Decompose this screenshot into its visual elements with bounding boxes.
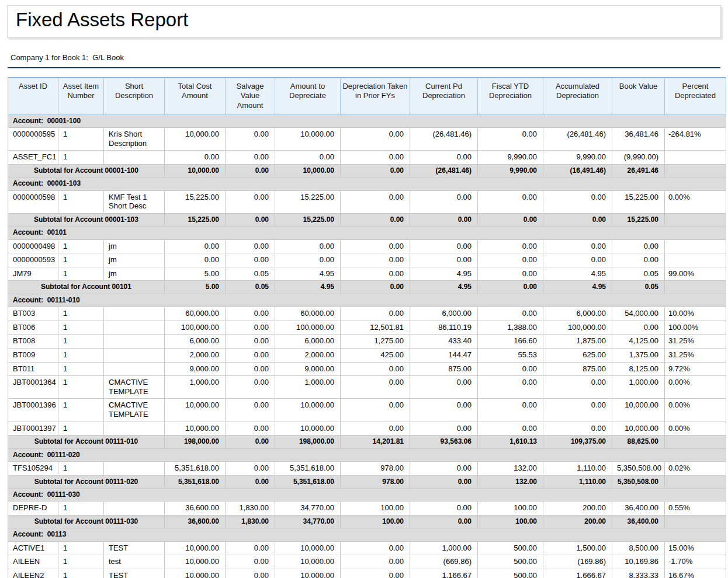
subtotal-amount-cell: 0.00 — [226, 475, 275, 488]
subtotal-label-cell: Subtotal for Account 00001-103 — [8, 213, 165, 226]
amount-cell: 166.60 — [478, 335, 543, 349]
amount-cell: 10,000.00 — [275, 399, 341, 422]
amount-cell: 0.00 — [341, 362, 410, 376]
item-number-cell: 1 — [58, 399, 104, 422]
amount-cell: 10,000.00 — [275, 541, 341, 555]
amount-cell: 0.00 — [341, 399, 410, 422]
short-description-cell — [104, 349, 165, 363]
amount-cell: 0.00 — [478, 376, 543, 399]
amount-cell: 86,110.19 — [410, 321, 478, 335]
short-description-cell — [104, 151, 165, 165]
amount-cell: 0.00 — [612, 253, 665, 267]
subtotal-amount-cell: 93,563.06 — [410, 436, 478, 448]
asset-id-cell: JBT0001364 — [8, 376, 58, 399]
amount-cell: 875.00 — [410, 362, 478, 376]
amount-cell: 0.00 — [226, 362, 275, 376]
account-group-row: Account: 00001-103 — [8, 177, 726, 190]
amount-cell: 0.00 — [226, 569, 275, 578]
subtotal-amount-cell: 5,351,618.00 — [275, 475, 341, 488]
table-row: ACTIVE11TEST10,000.000.0010,000.000.001,… — [8, 541, 726, 555]
subtotal-row: Subtotal for Account 00001-10010,000.000… — [8, 164, 726, 177]
subtotal-percent-cell — [665, 213, 726, 226]
account-group-row: Account: 00111-030 — [8, 488, 726, 501]
subtotal-amount-cell: 1,830.00 — [226, 515, 275, 528]
amount-cell: 0.00 — [275, 253, 341, 267]
amount-cell: 15,225.00 — [275, 190, 341, 213]
account-group-row: Account: 00111-010 — [8, 294, 726, 307]
amount-cell: 100,000.00 — [165, 321, 226, 335]
amount-cell: 0.00 — [341, 555, 410, 569]
subtotal-row: Subtotal for Account 001015.000.054.950.… — [8, 281, 726, 294]
percent-cell — [665, 151, 726, 165]
subtotal-amount-cell: 4.95 — [275, 281, 341, 294]
amount-cell: 0.00 — [410, 239, 478, 253]
item-number-cell: 1 — [58, 128, 104, 151]
amount-cell: 2,000.00 — [275, 349, 341, 363]
amount-cell: 0.00 — [226, 128, 275, 151]
amount-cell: 0.00 — [275, 151, 341, 165]
amount-cell: 0.00 — [341, 128, 410, 151]
amount-cell: 0.00 — [543, 376, 612, 399]
asset-id-cell: BT009 — [8, 349, 58, 363]
subtotal-amount-cell: 0.00 — [543, 213, 612, 226]
item-number-cell: 1 — [58, 307, 104, 321]
amount-cell: 15,225.00 — [165, 190, 226, 213]
amount-cell: 10,000.00 — [165, 555, 226, 569]
amount-cell: (169.86) — [543, 555, 612, 569]
account-group-row: Account: 00111-020 — [8, 448, 726, 461]
table-row: JBT0001397110,000.000.0010,000.000.000.0… — [8, 422, 726, 436]
amount-cell: 200.00 — [543, 502, 612, 516]
amount-cell: 1,000.00 — [612, 376, 665, 399]
item-number-cell: 1 — [58, 190, 104, 213]
subtotal-label-cell: Subtotal for Account 00111-030 — [8, 515, 165, 528]
asset-id-cell: 0000000595 — [8, 128, 58, 151]
percent-cell: 9.72% — [665, 362, 726, 376]
subtotal-amount-cell: 1,110.00 — [543, 475, 612, 488]
amount-cell: 1,275.00 — [341, 335, 410, 349]
amount-cell: 0.00 — [543, 239, 612, 253]
subtotal-percent-cell — [665, 436, 726, 448]
amount-cell: 0.00 — [226, 335, 275, 349]
subtotal-amount-cell: 109,375.00 — [543, 436, 612, 448]
subtotal-amount-cell: 198,000.00 — [165, 436, 226, 448]
percent-cell: 99.00% — [665, 267, 726, 281]
amount-cell: 4.95 — [410, 267, 478, 281]
asset-id-cell: 0000000593 — [8, 253, 58, 267]
amount-cell: 10,000.00 — [612, 422, 665, 436]
subtotal-row: Subtotal for Account 00111-010198,000.00… — [8, 436, 726, 448]
column-header: Salvage Value Amount — [226, 78, 275, 114]
column-header: Accumulated Depreciation — [543, 78, 612, 114]
subtotal-row: Subtotal for Account 00111-0205,351,618.… — [8, 475, 726, 488]
asset-id-cell: TFS105294 — [8, 461, 58, 475]
short-description-cell: TEST — [104, 541, 165, 555]
subtotal-percent-cell — [665, 475, 726, 488]
account-group-header: Account: 00111-030 — [8, 488, 726, 501]
subtotal-amount-cell: 0.05 — [226, 281, 275, 294]
item-number-cell: 1 — [58, 541, 104, 555]
table-row: BT003160,000.000.0060,000.000.006,000.00… — [8, 307, 726, 321]
amount-cell: 10,000.00 — [165, 399, 226, 422]
amount-cell: 0.00 — [478, 128, 543, 151]
amount-cell: 54,000.00 — [612, 307, 665, 321]
amount-cell: 1,875.00 — [543, 335, 612, 349]
amount-cell: 1,388.00 — [478, 321, 543, 335]
amount-cell: 9,990.00 — [543, 151, 612, 165]
item-number-cell: 1 — [58, 461, 104, 475]
percent-cell: 15.00% — [665, 541, 726, 555]
amount-cell: 36,600.00 — [165, 502, 226, 516]
subtotal-amount-cell: 4.95 — [410, 281, 478, 294]
amount-cell: (26,481.46) — [543, 128, 612, 151]
amount-cell: 6,000.00 — [165, 335, 226, 349]
asset-id-cell: 0000000598 — [8, 190, 58, 213]
amount-cell: 4.95 — [543, 267, 612, 281]
item-number-cell: 1 — [58, 362, 104, 376]
amount-cell: 4,125.00 — [612, 335, 665, 349]
short-description-cell — [104, 422, 165, 436]
column-header: Book Value — [612, 78, 665, 114]
amount-cell: 10,000.00 — [165, 422, 226, 436]
subtotal-amount-cell: 4.95 — [543, 281, 612, 294]
asset-id-cell: JM79 — [8, 267, 58, 281]
amount-cell: 100,000.00 — [543, 321, 612, 335]
amount-cell: 6,000.00 — [275, 335, 341, 349]
amount-cell: 875.00 — [543, 362, 612, 376]
